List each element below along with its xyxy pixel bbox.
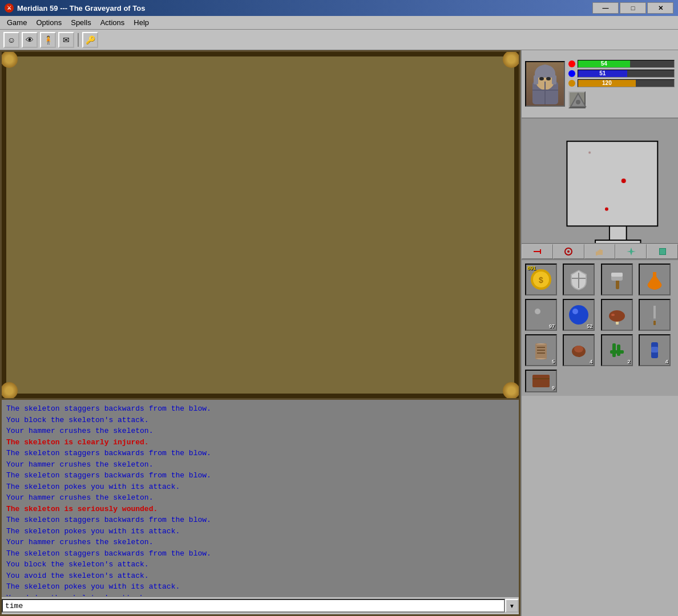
msg-13: Your hammer crushes the skeleton. [6, 537, 514, 548]
tab-hand[interactable] [584, 244, 616, 259]
inv-slot-potion[interactable] [639, 264, 671, 295]
svg-rect-57 [302, 203, 334, 232]
svg-line-12 [122, 284, 136, 307]
inv-slot-shield[interactable] [563, 264, 595, 295]
extra1-count: 9 [552, 385, 555, 391]
svg-point-38 [275, 152, 286, 165]
toolbar-look-button[interactable]: 👁 [22, 32, 38, 48]
vigor-bar: 120 [578, 79, 675, 87]
tab-attack[interactable] [522, 244, 553, 259]
inv-slot-green[interactable]: 2 [601, 334, 633, 366]
menu-options[interactable]: Options [31, 17, 66, 28]
blue-count: 4 [665, 359, 668, 364]
potion-icon [643, 268, 666, 291]
toolbar-character-button[interactable]: ☺ [3, 32, 19, 48]
svg-rect-40 [263, 172, 267, 179]
svg-rect-43 [279, 172, 282, 177]
menubar: Game Options Spells Actions Help [0, 16, 678, 30]
gold-count: 891 [527, 265, 536, 271]
svg-rect-74 [598, 250, 599, 255]
inv-slot-extra1[interactable]: 9 [525, 370, 557, 392]
character-stats: 54 51 [568, 60, 675, 108]
svg-rect-105 [651, 347, 658, 352]
svg-rect-51 [276, 255, 292, 296]
inv-slot-sword[interactable] [639, 299, 671, 331]
toolbar-key-button[interactable]: 🔑 [82, 32, 98, 48]
hammer-icon [606, 268, 628, 291]
inv-slot-hammer[interactable] [601, 264, 633, 295]
tab-target[interactable] [553, 244, 584, 259]
vigor-container: 120 [568, 79, 675, 87]
command-input[interactable] [2, 599, 505, 613]
mushroom-item-icon [606, 303, 628, 326]
msg-6: Your hammer crushes the skeleton. [6, 459, 514, 471]
hand-icon [595, 247, 604, 256]
inv-slot-grey-orb[interactable]: 97 [525, 299, 557, 331]
svg-line-16 [127, 261, 136, 284]
action-tabs [522, 244, 678, 260]
corner-decoration-br [503, 382, 519, 399]
svg-point-73 [567, 250, 570, 253]
target-icon [564, 247, 573, 256]
msg-18: You dodge the skeleton's attack. [6, 593, 514, 597]
star [59, 75, 60, 76]
action-area: $ 891 [522, 244, 678, 616]
inv-slot-mushroom[interactable] [601, 299, 633, 331]
tree [113, 227, 159, 330]
command-dropdown[interactable]: ▼ [505, 599, 519, 613]
inv-slot-gold[interactable]: $ 891 [525, 264, 557, 295]
mushroom1 [170, 301, 201, 344]
close-button[interactable]: ✕ [647, 2, 673, 14]
right-panel: 54 51 [520, 50, 678, 616]
input-bar: ▼ [2, 596, 519, 614]
msg-9: Your hammer crushes the skeleton. [6, 492, 514, 504]
svg-point-39 [270, 164, 276, 172]
hp-icon [568, 60, 575, 67]
corner-decoration-tr [503, 52, 519, 68]
menu-help[interactable]: Help [129, 17, 154, 28]
inventory-grid-row3: 5 4 2 [522, 334, 678, 370]
scroll1-count: 5 [552, 359, 555, 364]
green-item-icon [606, 339, 628, 362]
svg-point-88 [572, 309, 578, 314]
tab-green[interactable] [647, 244, 678, 259]
minimize-button[interactable]: — [592, 2, 619, 14]
msg-17: The skeleton pokes you with its attack. [6, 581, 514, 593]
inv-slot-blue[interactable]: 4 [639, 334, 671, 366]
left-panel: The skeleton staggers backwards from the… [0, 50, 520, 616]
msg-1: The skeleton staggers backwards from the… [6, 403, 514, 415]
rope [19, 194, 122, 326]
vigor-bar-fill: 120 [578, 80, 636, 87]
menu-actions[interactable]: Actions [96, 17, 130, 28]
character-panel: 54 51 [522, 50, 678, 119]
msg-3: Your hammer crushes the skeleton. [6, 425, 514, 437]
inv-slot-blue-orb[interactable]: 52 [563, 299, 595, 331]
svg-point-90 [609, 310, 625, 322]
menu-spells[interactable]: Spells [66, 17, 95, 28]
star [144, 86, 146, 88]
svg-point-28 [176, 321, 181, 325]
svg-rect-106 [532, 375, 550, 387]
game-view[interactable] [2, 52, 519, 400]
menu-game[interactable]: Game [2, 17, 31, 28]
svg-rect-71 [540, 249, 541, 254]
hp-bar-fill: 54 [578, 60, 630, 67]
maximize-button[interactable]: □ [620, 2, 646, 14]
extra-item-icon [530, 372, 552, 390]
svg-point-29 [186, 318, 191, 321]
message-log[interactable]: The skeleton staggers backwards from the… [2, 400, 519, 596]
svg-point-91 [611, 314, 615, 316]
inv-slot-brown[interactable]: 4 [563, 334, 595, 366]
msg-12: The skeleton pokes you with its attack. [6, 526, 514, 537]
scroll1-icon [530, 339, 552, 362]
svg-text:$: $ [539, 275, 543, 285]
inventory-extra: 9 [522, 370, 678, 396]
toolbar-mail-button[interactable]: ✉ [58, 32, 74, 48]
tab-spells[interactable] [615, 244, 647, 259]
titlebar-left: ⚔ Meridian 59 --- The Graveyard of Tos [5, 3, 145, 13]
attack-icon [532, 247, 542, 256]
svg-rect-75 [599, 249, 601, 255]
toolbar-player-button[interactable]: 🧍 [40, 32, 56, 48]
svg-rect-95 [535, 343, 547, 359]
inv-slot-scroll1[interactable]: 5 [525, 334, 557, 366]
